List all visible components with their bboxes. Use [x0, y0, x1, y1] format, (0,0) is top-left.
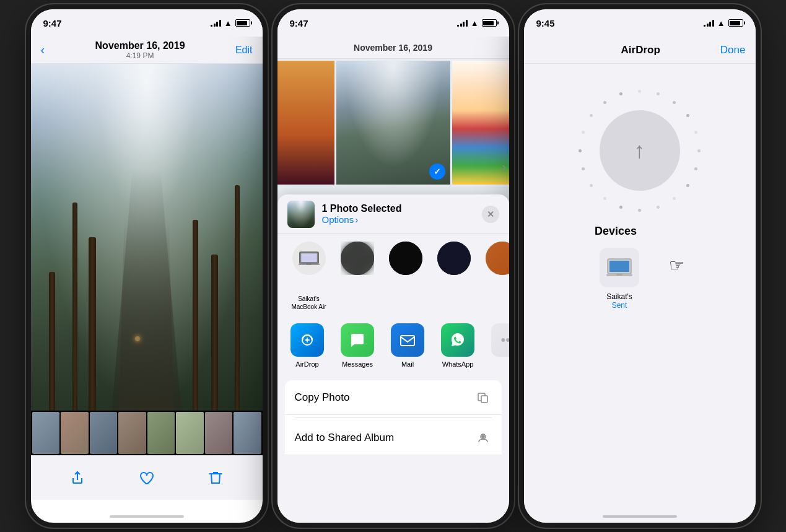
share-header-info: 1 Photo Selected Options › [322, 203, 402, 225]
share-thumb [287, 201, 315, 228]
ring-dot [686, 184, 689, 187]
airdrop-device-macbook[interactable]: Saikat's Sent [595, 248, 644, 310]
svg-rect-1 [301, 253, 317, 262]
airdrop-people-row: ☞ Saikat'sMacBook Air [277, 234, 509, 318]
ring-dot [579, 149, 582, 152]
ring-dot [582, 131, 585, 134]
phone1-time: 9:47 [43, 18, 62, 28]
whatsapp-app-button[interactable]: WhatsApp [438, 323, 478, 368]
person-4[interactable] [432, 242, 476, 311]
add-shared-album-label: Add to Shared Album [295, 432, 474, 444]
strip-thumb-8[interactable] [234, 412, 261, 454]
delete-button[interactable] [207, 469, 224, 487]
status-icons: ▲ [211, 19, 250, 28]
ring-dot [590, 114, 593, 117]
phone2-status-bar: 9:47 ▲ [277, 9, 509, 37]
mail-icon [391, 323, 424, 357]
share-close-button[interactable]: ✕ [482, 206, 499, 223]
airdrop-content: ↑ Devices [524, 64, 756, 528]
ring-dot [590, 184, 593, 187]
options-button[interactable]: Options › [322, 214, 402, 225]
favorite-button[interactable] [138, 469, 155, 487]
home-indicator [110, 515, 184, 518]
grid-photo-1 [277, 61, 334, 185]
strip-thumb-6[interactable] [176, 412, 204, 454]
main-photo [31, 64, 263, 411]
done-button[interactable]: Done [720, 44, 746, 56]
person4-avatar [437, 242, 471, 275]
airdrop-app-button[interactable]: AirDrop [287, 323, 328, 368]
share-button[interactable] [69, 469, 86, 487]
svg-rect-12 [609, 261, 629, 272]
ring-dot [697, 149, 701, 152]
device-name: Saikat's [606, 292, 632, 301]
svg-rect-3 [306, 264, 312, 265]
signal-icon-2 [457, 19, 468, 27]
airdrop-upload-circle: ↑ [600, 110, 680, 191]
devices-list: Saikat's Sent ☞ [595, 248, 684, 310]
photo-strip [31, 411, 263, 455]
person-3[interactable] [384, 242, 427, 311]
person5-avatar [486, 242, 509, 275]
wifi-icon: ▲ [224, 19, 232, 28]
mail-label: Mail [401, 360, 414, 368]
airdrop-animation-area: ↑ Devices [524, 64, 756, 310]
whatsapp-label: WhatsApp [442, 360, 474, 368]
ring-dot [619, 92, 622, 95]
tree4 [193, 220, 198, 411]
phone3-home-indicator [603, 515, 677, 518]
devices-section: Devices Saikat's Sent [582, 212, 697, 310]
copy-photo-button[interactable]: Copy Photo [285, 380, 502, 415]
phone1-status-bar: 9:47 ▲ [31, 9, 263, 37]
chart-photo [452, 61, 509, 185]
forest-image [31, 64, 263, 411]
messages-app-button[interactable]: Messages [338, 323, 378, 368]
airdrop-title: AirDrop [621, 44, 660, 56]
ring-dot [673, 197, 676, 200]
right-arrow[interactable]: › [502, 160, 507, 174]
airdrop-label: AirDrop [295, 360, 318, 368]
wifi-icon-2: ▲ [471, 19, 479, 28]
car-light [135, 336, 140, 341]
phone2-frame: 9:47 ▲ November 16, 2019 [273, 4, 514, 528]
phone3-status-bar: 9:45 ▲ [524, 9, 756, 37]
ring-dot [694, 131, 697, 134]
strip-thumb-3[interactable] [90, 412, 118, 454]
person-macbook[interactable]: ☞ Saikat'sMacBook Air [287, 242, 331, 311]
share-sheet: 1 Photo Selected Options › ✕ [277, 194, 509, 523]
bg-nav-title: November 16, 2019 [354, 43, 432, 53]
battery-icon [235, 19, 250, 27]
blur-4 [486, 242, 509, 275]
svg-rect-6 [401, 336, 414, 346]
battery-icon-3 [728, 19, 743, 27]
phone3-navbar: AirDrop Done [524, 37, 756, 64]
ring-dot [673, 101, 676, 104]
shared-album-icon [474, 429, 492, 447]
strip-thumb-5[interactable] [147, 412, 175, 454]
more-icon: ••• [491, 323, 509, 357]
blur-3 [437, 242, 471, 275]
strip-thumb-2[interactable] [61, 412, 89, 454]
ring-dot [657, 92, 660, 95]
back-chevron-icon: ‹ [41, 43, 45, 57]
add-shared-album-button[interactable]: Add to Shared Album [285, 421, 502, 455]
wifi-icon-3: ▲ [717, 19, 725, 28]
messages-label: Messages [342, 360, 373, 368]
tree2 [72, 203, 77, 411]
battery-icon-2 [482, 19, 497, 27]
status-icons-2: ▲ [457, 19, 496, 28]
back-button[interactable]: ‹ [41, 43, 45, 57]
ring-dot [694, 167, 697, 170]
photo-toolbar [31, 455, 263, 500]
person-5[interactable] [481, 242, 509, 311]
person-2[interactable] [336, 242, 379, 311]
more-app-button[interactable]: ••• [488, 323, 509, 368]
strip-thumb-4[interactable] [118, 412, 146, 454]
strip-thumb-7[interactable] [205, 412, 233, 454]
tree1 [49, 272, 55, 411]
edit-button[interactable]: Edit [235, 45, 253, 56]
strip-thumb-1[interactable] [32, 412, 60, 454]
bg-nav: November 16, 2019 [277, 37, 509, 59]
mail-app-button[interactable]: Mail [388, 323, 428, 368]
copy-icon [474, 389, 492, 406]
